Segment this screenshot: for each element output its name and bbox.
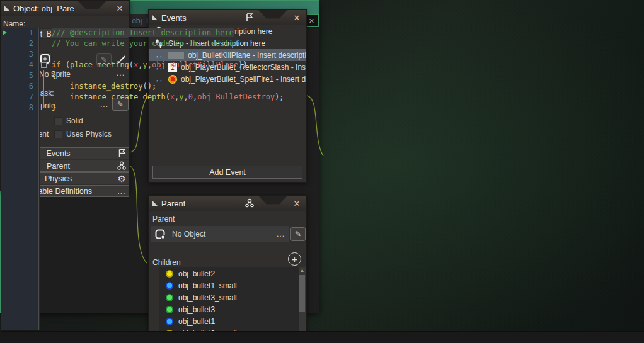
events-panel-title: Events: [161, 13, 187, 23]
code-token: [52, 82, 70, 91]
line-number: 8: [1, 103, 38, 113]
code-fold-column[interactable]: −: [38, 28, 49, 330]
code-token: (: [66, 60, 70, 69]
fold-cell[interactable]: [39, 70, 49, 81]
highlighted-span: /// @description Insert description here: [52, 28, 234, 37]
code-line[interactable]: // You can write your code in this edito…: [52, 38, 644, 49]
code-line[interactable]: if (place_meeting(x,y,obj_BulletKillPlan…: [52, 60, 644, 70]
fold-cell[interactable]: [39, 81, 49, 92]
code-token: instance_destroy: [70, 82, 143, 91]
fold-guide-line: [43, 92, 44, 103]
code-token: );: [275, 93, 284, 101]
code-token: ();: [143, 82, 157, 91]
code-area[interactable]: 12345678 − /// @description Insert descr…: [1, 28, 644, 330]
editor-status-bar: [1, 331, 644, 343]
fold-cell[interactable]: [39, 49, 49, 60]
code-token: (: [129, 60, 134, 69]
object-panel-header[interactable]: Object: obj_Parent_... ✕: [1, 1, 129, 16]
line-number: 3: [1, 49, 38, 60]
collapse-triangle-icon[interactable]: [4, 6, 9, 11]
code-token: ,: [184, 93, 188, 101]
close-icon[interactable]: ✕: [291, 13, 302, 23]
fold-cell[interactable]: [39, 28, 49, 38]
code-token: )): [238, 60, 247, 69]
code-token: y: [179, 93, 183, 101]
code-token: x: [170, 93, 175, 101]
close-icon[interactable]: ✕: [114, 4, 125, 13]
line-number: 4: [1, 60, 38, 70]
code-line[interactable]: [52, 49, 644, 60]
code-line[interactable]: {: [52, 70, 644, 81]
code-token: instance_create_depth: [70, 93, 166, 101]
tab-close-icon[interactable]: ✕: [309, 17, 314, 25]
line-number-gutter: 12345678: [1, 28, 38, 330]
fold-cell[interactable]: −: [39, 60, 49, 70]
line-number: 1: [1, 28, 38, 38]
code-token: {: [52, 71, 56, 80]
object-panel-title: Object: obj_Parent_...: [13, 4, 74, 13]
code-token: place_meeting: [70, 60, 129, 69]
line-number: 7: [1, 92, 38, 103]
header-notch: [78, 1, 106, 10]
line-number: 2: [1, 38, 38, 49]
fold-cell[interactable]: [39, 103, 49, 113]
code-token: ,: [138, 60, 142, 69]
code-line[interactable]: }: [52, 103, 644, 113]
code-token: y: [143, 60, 147, 69]
fold-cell[interactable]: [39, 38, 49, 49]
code-line[interactable]: instance_create_depth(x,y,0,obj_BulletDe…: [52, 92, 644, 103]
code-line[interactable]: /// @description Insert description here: [52, 28, 644, 38]
events-panel-header[interactable]: Events ✕: [149, 10, 306, 25]
code-token: obj_BulletDestroy: [197, 93, 275, 101]
fold-collapse-icon[interactable]: −: [41, 62, 47, 68]
collapse-triangle-icon[interactable]: [152, 15, 158, 20]
code-token: obj_BulletKillPlane: [152, 60, 238, 69]
fold-guide-line: [43, 81, 44, 92]
code-token: // You can write your code in this edito…: [52, 39, 238, 48]
code-text[interactable]: /// @description Insert description here…: [49, 28, 644, 330]
code-token: [52, 93, 70, 101]
name-label: Name:: [3, 20, 25, 28]
fold-guide-end: [43, 103, 47, 108]
fold-cell[interactable]: [39, 92, 49, 103]
fold-guide-line: [43, 70, 44, 81]
code-token: /// @description Insert description here: [52, 28, 234, 37]
current-line-arrow-icon: [3, 30, 7, 35]
header-notch: [258, 10, 287, 20]
code-token: (: [166, 93, 170, 101]
code-token: 0: [188, 93, 193, 101]
code-token: if: [52, 60, 66, 69]
code-token: ,: [147, 60, 152, 69]
code-line[interactable]: instance_destroy();: [52, 81, 644, 92]
flag-icon: [244, 13, 255, 23]
line-number: 6: [1, 81, 38, 92]
code-token: }: [52, 103, 56, 112]
code-editor-panel: obj_Parent_Bullet: Events Create✕Step✕ob…: [0, 0, 319, 313]
line-number: 5: [1, 70, 38, 81]
